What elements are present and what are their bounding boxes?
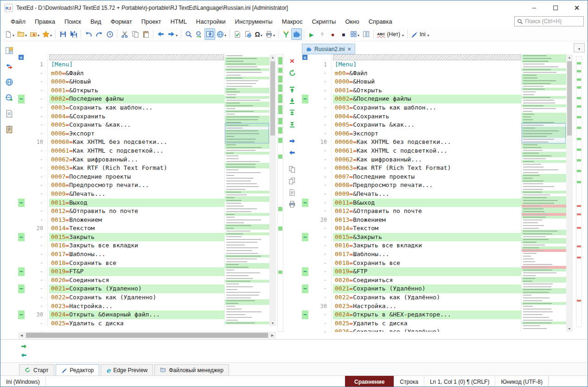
code-line[interactable]: 00060=Как XHTML без подсветки... — [333, 138, 521, 147]
copy-block-left-button[interactable] — [286, 175, 298, 187]
code-line[interactable]: 0019=FT&P — [49, 267, 224, 276]
right-vertical-scrollbar[interactable] — [566, 54, 573, 332]
code-line[interactable]: 0005=Сохранить &как... — [333, 121, 521, 129]
workspace-panel-button[interactable] — [3, 44, 16, 57]
first-difference-button[interactable] — [286, 84, 298, 95]
code-line[interactable]: 0016=Закрыть все вкладки — [49, 241, 224, 250]
menu-item-5[interactable]: Проект — [137, 16, 166, 27]
tab-russian2-ini[interactable]: Russian2.ini — [302, 44, 355, 54]
file-compare-panel-button[interactable] — [3, 60, 16, 73]
pane-options-button[interactable] — [574, 43, 585, 52]
code-line[interactable]: 00061=Как XHTML с подсветкой... — [49, 147, 224, 155]
left-code-area[interactable]: [Menu]m00=&Файл0000=&Новый0001=&Открыть0… — [48, 54, 224, 326]
spell-check-button[interactable]: ABC(Нет) — [376, 28, 405, 40]
validate-html-button[interactable] — [232, 28, 243, 40]
code-line[interactable]: 0014=Текстом — [49, 224, 224, 233]
menu-item-4[interactable]: Формат — [106, 16, 136, 27]
code-line[interactable]: 0011=В&ыход — [333, 199, 521, 207]
save-all-button[interactable] — [68, 28, 79, 40]
code-line[interactable]: 0012=&Отправить по почте — [49, 207, 224, 216]
code-line[interactable]: 0002=Последние файлы — [49, 95, 224, 103]
copy-button[interactable] — [130, 28, 141, 40]
code-line[interactable]: 0023=Настройка... — [333, 302, 521, 311]
menu-item-7[interactable]: Настройки — [192, 16, 230, 27]
save-button[interactable] — [58, 28, 68, 40]
navigate-forward-button[interactable] — [166, 28, 179, 40]
code-line[interactable]: 0001=&Открыть — [49, 86, 224, 95]
new-file-button[interactable] — [3, 28, 16, 40]
code-line[interactable]: 0008=Предпросмотр печати... — [49, 181, 224, 190]
history-button[interactable] — [104, 28, 115, 40]
code-line[interactable]: 0008=Предпросмотр печати... — [333, 181, 521, 190]
cut-button[interactable] — [119, 28, 130, 40]
document-panel-button[interactable] — [3, 107, 16, 120]
refresh-compare-button[interactable] — [286, 67, 298, 78]
plugins-button[interactable] — [291, 28, 302, 40]
code-line[interactable]: 0024=Открыть в &HEX-редакторе... — [333, 310, 521, 319]
code-line[interactable]: 00063=Как RTF (Rich Text Format) — [333, 164, 521, 173]
compare-report-button[interactable] — [286, 187, 298, 198]
syntax-mode-status[interactable]: Ini (Windows) — [0, 376, 46, 387]
close-button[interactable] — [566, 0, 588, 15]
diff-overview-strip[interactable] — [277, 54, 283, 332]
horizontal-scrollbar[interactable] — [18, 332, 276, 339]
run-script-button[interactable] — [306, 28, 317, 40]
minimize-button[interactable] — [524, 0, 545, 15]
goto-next-change-button[interactable] — [19, 342, 28, 350]
quick-run-button[interactable] — [317, 28, 327, 40]
tab-file-manager[interactable]: Файловый менеджер — [154, 364, 229, 375]
code-line[interactable]: 0013=Вложением — [49, 216, 224, 225]
code-line[interactable]: 0006=Экспорт — [333, 129, 521, 138]
code-line[interactable]: 00063=Как RTF (Rich Text Format) — [49, 164, 224, 173]
menu-item-0[interactable]: Файл — [6, 16, 30, 27]
merge-tool-button[interactable] — [281, 28, 291, 40]
copy-block-right-button[interactable] — [286, 164, 298, 175]
scroll-up-icon[interactable] — [269, 54, 276, 60]
scrollbar-thumb[interactable] — [26, 333, 268, 338]
code-line[interactable]: 0018=Сохранить все — [49, 259, 224, 268]
web-browser-button[interactable] — [215, 28, 228, 40]
stop-macro-button[interactable] — [338, 28, 349, 40]
code-line[interactable]: 00062=Как шифрованный... — [49, 155, 224, 164]
code-line[interactable]: 0005=Сохранить &как... — [49, 121, 224, 129]
code-line[interactable]: 0022=Сохранить как (Удалённо) — [333, 293, 521, 302]
fold-expand-icon[interactable]: + — [302, 55, 307, 60]
code-line[interactable]: 0021=Сохранить (Удаленно) — [49, 284, 224, 293]
scroll-left-icon[interactable] — [18, 332, 25, 339]
menu-item-1[interactable]: Правка — [30, 16, 60, 27]
find-button[interactable] — [183, 28, 194, 40]
minimap-viewport[interactable] — [225, 123, 269, 143]
code-line[interactable]: 0015=&Закрыть — [333, 233, 521, 242]
paste-button[interactable] — [141, 28, 151, 40]
web-panel-button[interactable] — [3, 76, 16, 89]
undo-button[interactable] — [83, 28, 94, 40]
left-minimap[interactable] — [224, 54, 269, 326]
code-line[interactable]: 0007=Последние проекты — [333, 173, 521, 181]
code-line[interactable]: 0007=Последние проекты — [49, 173, 224, 181]
code-line[interactable]: 0016=Закрыть все вкладки — [333, 241, 521, 250]
compare-unit-status[interactable]: Строка — [394, 376, 424, 387]
scroll-right-icon[interactable] — [269, 332, 276, 339]
code-line[interactable]: [Menu] — [49, 60, 224, 69]
scroll-down-icon[interactable] — [269, 320, 276, 326]
replace-button[interactable] — [194, 28, 205, 40]
download-panel-button[interactable] — [3, 91, 16, 104]
menu-item-11[interactable]: Окно — [340, 16, 364, 27]
search-input[interactable] — [525, 18, 581, 25]
code-line[interactable]: 00060=Как XHTML без подсветки... — [49, 138, 224, 147]
code-line[interactable]: 0000=&Новый — [49, 77, 224, 86]
code-line[interactable]: 0025=Удалить с диска — [49, 319, 224, 326]
right-code-area[interactable]: [Menu]m00=&Файл0000=&Новый0001=&Открыть0… — [332, 54, 521, 332]
scroll-up-icon[interactable] — [566, 54, 573, 60]
code-line[interactable]: 0023=Настройка... — [49, 302, 224, 311]
code-line[interactable]: 0020=Соединиться — [333, 276, 521, 285]
symbols-button[interactable] — [253, 28, 264, 40]
caret-position-status[interactable]: Ln 1, Col 1 (0) ¶ (CRLF) — [424, 376, 495, 387]
last-difference-button[interactable] — [286, 119, 298, 130]
print-button[interactable] — [264, 28, 276, 40]
copy-to-left-button[interactable] — [286, 147, 298, 158]
code-line[interactable]: m00=&Файл — [333, 69, 521, 78]
open-file-button[interactable] — [16, 28, 28, 40]
close-compare-button[interactable] — [286, 56, 298, 67]
code-line[interactable]: 0006=Экспорт — [49, 129, 224, 138]
